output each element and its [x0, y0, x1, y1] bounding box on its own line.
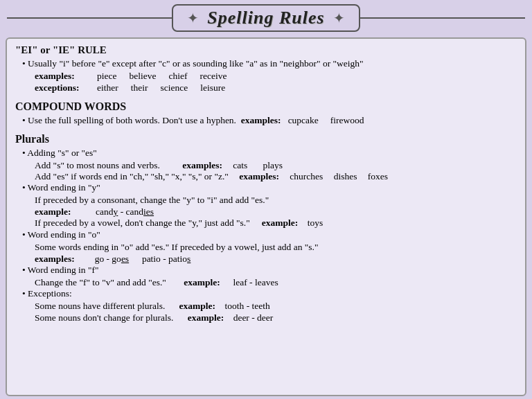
page-title: Spelling Rules [207, 8, 324, 28]
plurals-section: Plurals Adding "s" or "es" Add "s" to mo… [15, 133, 517, 323]
ei-ie-exceptions-row: exceptions: either their science leisure [15, 82, 517, 94]
ei-ie-section: "EI" or "IE" RULE Usually "i" before "e"… [15, 44, 517, 94]
adding-s-header: Adding "s" or "es" [15, 148, 517, 159]
exceptions-label: exceptions: [35, 82, 97, 94]
content-area: "EI" or "IE" RULE Usually "i" before "e"… [6, 37, 526, 396]
star-left-icon: ✦ [187, 10, 199, 26]
header-line-left [7, 17, 172, 19]
header-banner: ✦ Spelling Rules ✦ [0, 0, 532, 35]
ei-ie-examples-row: examples: piece believe chief receive [15, 71, 517, 82]
plurals-title: Plurals [15, 133, 517, 145]
exception2-row: Some nouns don't change for plurals. exa… [15, 312, 517, 323]
page-wrapper: ✦ Spelling Rules ✦ "EI" or "IE" RULE Usu… [0, 0, 532, 399]
add-es-row: Add "es" if words end in "ch," "sh," "x,… [15, 171, 517, 182]
header-border: ✦ Spelling Rules ✦ [172, 4, 360, 32]
word-y-rule2: If preceded by a vowel, don't change the… [15, 218, 517, 229]
ei-ie-exceptions: either their science leisure [97, 82, 225, 94]
add-s-row: Add "s" to most nouns and verbs. example… [15, 160, 517, 171]
header-line-right [360, 17, 525, 19]
word-f-row: Change the "f" to "v" and add "es." exam… [15, 277, 517, 288]
compound-words-section: COMPOUND WORDS Use the full spelling of … [15, 100, 517, 126]
word-o-rule: Some words ending in "o" add "es." If pr… [15, 242, 517, 253]
exceptions-header: Exceptions: [15, 288, 517, 299]
word-f-header: Word ending in "f" [15, 265, 517, 276]
ei-ie-examples: piece believe chief receive [97, 71, 227, 82]
compound-title: COMPOUND WORDS [15, 100, 517, 113]
compound-rule: Use the full spelling of both words. Don… [15, 115, 517, 126]
ei-ie-title: "EI" or "IE" RULE [15, 44, 517, 56]
ei-ie-rule: Usually "i" before "e" except after "c" … [15, 58, 517, 69]
word-o-header: Word ending in "o" [15, 229, 517, 240]
star-right-icon: ✦ [333, 10, 345, 26]
exception1-row: Some nouns have different plurals. examp… [15, 301, 517, 312]
word-o-examples-row: examples: go - goes patio - patios [15, 254, 517, 265]
word-y-rule1: If preceded by a consonant, change the "… [15, 195, 517, 206]
examples-label: examples: [35, 71, 97, 82]
word-y-example1-row: example: candy - candies [15, 206, 517, 218]
word-y-header: Word ending in "y" [15, 182, 517, 193]
